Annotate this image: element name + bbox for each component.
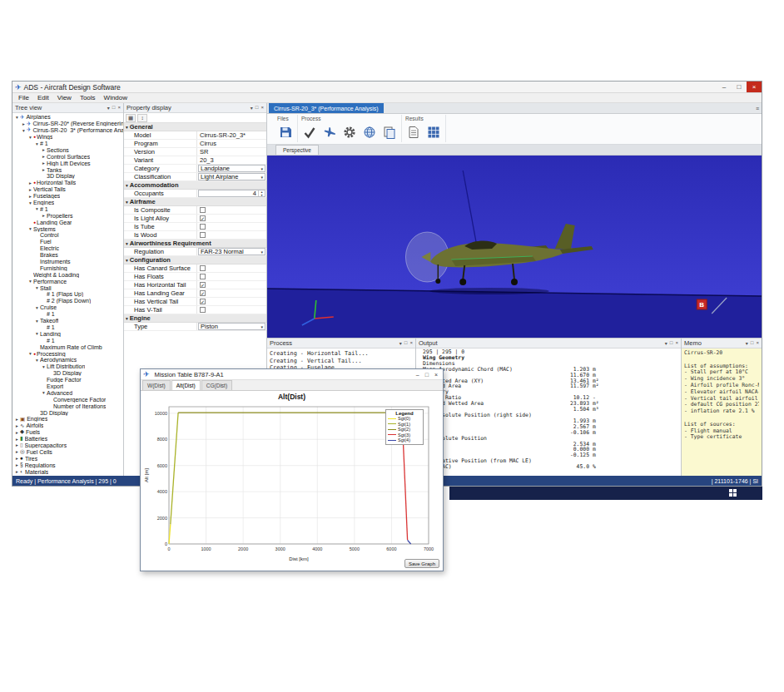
tree-item[interactable]: ▸▣Engines (12, 416, 123, 423)
tree-item[interactable]: ▾●Wings (12, 134, 123, 141)
tree-item[interactable]: Maximum Rate of Climb (12, 344, 123, 350)
expander-icon[interactable]: ▸ (41, 167, 47, 172)
tree-item[interactable]: ▾Cruise (12, 304, 123, 311)
tree-item[interactable]: ▸Vertical Tails (12, 186, 123, 193)
tree-item[interactable]: ▾Engines (12, 200, 123, 206)
tree-item[interactable]: 3D Display (12, 370, 123, 377)
taskbar-apps-icon[interactable] (729, 489, 737, 497)
panel-menu-icon[interactable]: ▾ (399, 340, 402, 346)
checkbox[interactable] (200, 265, 206, 271)
property-category[interactable]: ▾Engine (124, 314, 266, 323)
tree-item[interactable]: 3D Display (12, 173, 123, 180)
tree-item[interactable]: ▾Systems (12, 225, 123, 232)
panel-pin-icon[interactable]: □ (404, 340, 408, 346)
tree-item[interactable]: ▾# 1 (12, 205, 123, 212)
document-tab[interactable]: Cirrus-SR-20_3* (Performance Analysis) (269, 103, 384, 113)
checkbox[interactable]: ✓ (200, 290, 206, 296)
expander-icon[interactable]: ▾ (34, 358, 40, 363)
property-dropdown[interactable]: Landplane▾ (198, 165, 265, 172)
save-graph-button[interactable]: Save Graph (404, 559, 439, 568)
tree-item[interactable]: ▾Advanced (12, 389, 123, 396)
expander-icon[interactable]: ▾ (34, 141, 40, 146)
checkbox[interactable]: ✓ (200, 299, 206, 304)
expander-icon[interactable]: ▾ (21, 128, 27, 133)
expander-icon[interactable]: ▾ (27, 135, 33, 140)
property-text-value[interactable]: 20_3 (198, 156, 214, 164)
property-text-value[interactable]: SR (198, 148, 208, 156)
expander-icon[interactable]: ▸ (14, 430, 20, 435)
tree-item[interactable]: # 1 (Flaps Up) (12, 291, 123, 298)
property-text-value[interactable]: Cirrus (198, 140, 216, 147)
tree-item[interactable]: # 2 (Flaps Down) (12, 298, 123, 304)
viewport-3d[interactable]: B (267, 156, 762, 338)
property-category[interactable]: ▾Airworthiness Requirement (124, 240, 266, 248)
tree-item[interactable]: ▸◐Materials (12, 468, 123, 475)
tree-item[interactable]: ▾Performance (12, 278, 123, 284)
checkbox[interactable] (200, 224, 206, 230)
checkbox[interactable] (200, 307, 206, 313)
tree-item[interactable]: ▸●Tires (12, 455, 123, 462)
categorized-view-icon[interactable]: ▦ (126, 114, 136, 122)
menu-item-view[interactable]: View (53, 94, 76, 101)
tree-item[interactable]: ▸High Lift Devices (12, 160, 123, 166)
expander-icon[interactable]: ▾ (34, 285, 40, 290)
tree-item[interactable]: Electric (12, 245, 123, 252)
tree-item[interactable]: ▸§Regulations (12, 462, 123, 468)
panel-pin-icon[interactable]: □ (751, 340, 754, 346)
expander-icon[interactable]: ▾ (34, 305, 40, 310)
panel-menu-icon[interactable]: ▾ (251, 105, 253, 111)
property-dropdown[interactable]: Light Airplane▾ (198, 173, 265, 180)
menu-item-window[interactable]: Window (100, 94, 131, 101)
check-icon[interactable] (301, 124, 318, 141)
tree-item[interactable]: Convergence Factor (12, 396, 123, 403)
tree-item[interactable]: Instruments (12, 259, 123, 265)
expander-icon[interactable]: ▸ (14, 437, 20, 442)
expander-icon[interactable]: ▾ (41, 390, 47, 395)
expander-icon[interactable]: ▸ (14, 462, 20, 467)
tree-item[interactable]: ▸▯Supercapacitors (12, 442, 123, 449)
mission-tab-cg-dist-[interactable]: CG(Dist) (201, 380, 232, 390)
menu-item-file[interactable]: File (14, 94, 33, 101)
panel-pin-icon[interactable]: □ (256, 105, 259, 111)
mission-titlebar[interactable]: ✈ Mission Table B787-9-A1 – □ × (141, 369, 443, 380)
expander-icon[interactable]: ▾ (34, 319, 40, 324)
panel-close-icon[interactable]: × (261, 105, 264, 111)
tree-item[interactable]: ▸◎Fuel Cells (12, 448, 123, 455)
tree-item[interactable]: ●Landing Gear (12, 219, 123, 225)
tree-item[interactable]: ▾Aerodynamics (12, 357, 123, 363)
number-stepper[interactable]: 4▴▾ (198, 190, 265, 197)
panel-close-icon[interactable]: × (117, 105, 121, 111)
panel-menu-icon[interactable]: ▾ (746, 340, 748, 346)
close-button[interactable]: × (747, 82, 762, 92)
mission-minimize-button[interactable]: – (416, 372, 419, 378)
checkbox[interactable]: ✓ (200, 282, 206, 288)
property-category[interactable]: ▾Configuration (124, 256, 266, 264)
mission-tab-w-dist-[interactable]: W(Dist) (142, 380, 171, 390)
expander-icon[interactable]: ▸ (14, 417, 20, 422)
expander-icon[interactable]: ▸ (41, 213, 47, 218)
tree-item[interactable]: Control (12, 232, 123, 239)
tree-item[interactable]: ▸Tanks (12, 166, 123, 173)
tree-item[interactable]: ▾Takeoff (12, 318, 123, 324)
tree-item[interactable]: Export (12, 383, 123, 390)
tree-item[interactable]: Furnishing (12, 264, 123, 271)
checkbox[interactable] (200, 274, 206, 279)
minimize-button[interactable]: – (717, 82, 732, 92)
expander-icon[interactable]: ▾ (27, 200, 33, 205)
menu-item-edit[interactable]: Edit (33, 94, 53, 101)
copy-icon[interactable] (381, 124, 398, 141)
expander-icon[interactable]: ▾ (34, 331, 40, 336)
tree-item[interactable]: 3D Display (12, 409, 123, 416)
tree-item[interactable]: ▸●Horizontal Tails (12, 180, 123, 186)
panel-menu-icon[interactable]: ▾ (107, 105, 110, 111)
tree-item[interactable]: Number of Iterations (12, 403, 123, 409)
tree-item[interactable]: ▾✈Cirrus-SR-20_3* (Performance Analysis) (12, 127, 123, 134)
tree-item[interactable]: ▾●Processing (12, 350, 123, 357)
expander-icon[interactable]: ▸ (14, 456, 20, 461)
gear-icon[interactable] (341, 124, 358, 141)
property-dropdown[interactable]: Piston▾ (198, 323, 265, 330)
expander-icon[interactable]: ▸ (27, 194, 33, 199)
expander-icon[interactable]: ▸ (14, 449, 20, 454)
expander-icon[interactable]: ▸ (21, 121, 27, 126)
alphabetical-sort-icon[interactable]: ↕ (137, 114, 147, 122)
